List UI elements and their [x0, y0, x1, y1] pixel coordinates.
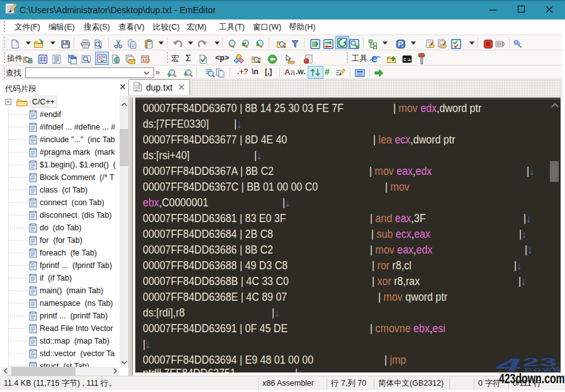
svg-text:423down.com: 423down.com [499, 371, 565, 385]
